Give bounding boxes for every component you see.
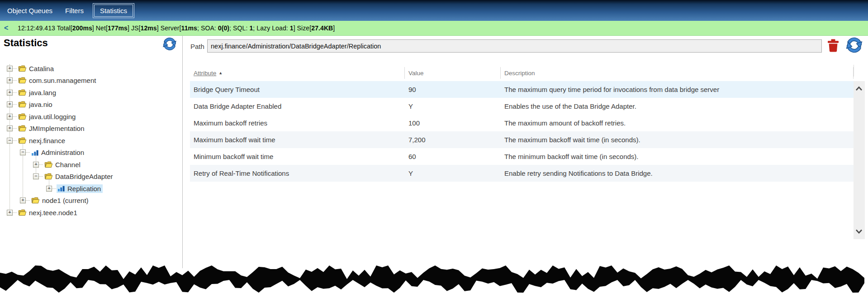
table-header-row: Attribute▲ValueDescription (190, 65, 854, 81)
table-row[interactable]: Retry of Real-Time NotificationsYEnable … (190, 165, 854, 182)
tree-node-content[interactable]: com.sun.management (17, 76, 98, 85)
tree-item-nexj-finance[interactable]: −nexj.finance (0, 135, 181, 147)
back-icon[interactable]: < (4, 24, 14, 32)
tree-stub (39, 176, 43, 177)
tree-node-content[interactable]: Administration (30, 148, 86, 157)
tab-object-queues[interactable]: Object Queues (2, 4, 58, 17)
column-header-label: Attribute (194, 70, 216, 77)
scroll-up-icon[interactable] (855, 85, 863, 93)
main-refresh-button[interactable] (845, 36, 863, 56)
column-header-label: Description (504, 70, 535, 77)
description-cell: The maximum backoff wait time (in second… (501, 131, 854, 148)
tree-item-administration[interactable]: −Administration (0, 147, 181, 159)
folder-icon (31, 197, 40, 204)
tree-item-replication[interactable]: +Replication (0, 183, 181, 195)
value-cell: Y (405, 165, 501, 182)
folder-icon (44, 161, 53, 168)
table-row[interactable]: Data Bridge Adapter EnabledYEnables the … (190, 98, 854, 115)
tree-item-channel[interactable]: +Channel (0, 159, 181, 171)
status-segment: 1 (290, 24, 294, 32)
value-cell: 90 (405, 81, 501, 98)
status-segment: ] JS[ (128, 24, 141, 32)
tree-item-jmimplementation[interactable]: +JMImplementation (0, 123, 181, 135)
tree-item-java-lang[interactable]: +java.lang (0, 87, 181, 99)
table-row[interactable]: Maximum backoff retries100The maximum am… (190, 115, 854, 131)
expand-icon[interactable]: + (7, 101, 13, 107)
tree-stub (52, 188, 56, 189)
folder-icon (18, 137, 27, 144)
tab-filters[interactable]: Filters (60, 4, 89, 17)
tree-item-label: Catalina (29, 65, 54, 72)
value-cell: 7,200 (405, 131, 501, 148)
tree-node-content[interactable]: Replication (57, 184, 103, 193)
expand-icon[interactable]: + (7, 90, 13, 96)
attribute-cell: Data Bridge Adapter Enabled (190, 98, 405, 115)
tree-node-content[interactable]: Catalina (17, 64, 56, 73)
status-segment: ; Lazy Load: (253, 24, 289, 32)
tree-item-com-sun-management[interactable]: +com.sun.management (0, 75, 181, 87)
attribute-cell: Minimum backoff wait time (190, 148, 405, 165)
tree-node-content[interactable]: nexj.teee.node1 (17, 208, 79, 217)
tree-node-content[interactable]: java.nio (17, 100, 54, 109)
value-cell: 100 (405, 115, 501, 131)
tree-stub (13, 92, 17, 93)
vertical-scrollbar[interactable] (854, 81, 865, 239)
path-input[interactable] (207, 39, 822, 53)
tree-node-content[interactable]: java.util.logging (17, 112, 77, 121)
tree-node-content[interactable]: DataBridgeAdapter (43, 172, 115, 181)
folder-icon (18, 113, 27, 120)
sidebar-refresh-button[interactable] (162, 36, 177, 53)
expand-icon[interactable]: + (20, 198, 26, 203)
column-header-attribute[interactable]: Attribute▲ (190, 67, 405, 79)
tree-node-content[interactable]: node1 (current) (30, 196, 90, 205)
folder-icon (18, 89, 27, 96)
column-header-label: Value (408, 70, 424, 77)
tab-statistics[interactable]: Statistics (93, 3, 134, 18)
tree-node-content[interactable]: nexj.finance (17, 136, 67, 145)
folder-icon (18, 101, 27, 108)
tree-item-databridgeadapter[interactable]: −DataBridgeAdapter (0, 171, 181, 183)
status-text: 12:12:49.413 Total[200ms] Net[177ms] JS[… (18, 24, 335, 32)
tree-node-content[interactable]: JMImplementation (17, 124, 86, 133)
table-row[interactable]: Maximum backoff wait time7,200The maximu… (190, 131, 854, 148)
sidebar-divider (182, 35, 183, 268)
collapse-icon[interactable]: − (7, 138, 13, 144)
delete-button[interactable] (827, 39, 839, 54)
description-cell: The minimum backoff wait time (in second… (501, 148, 854, 165)
collapse-icon[interactable]: − (20, 149, 26, 155)
collapse-icon[interactable]: − (33, 174, 39, 179)
tree-item-catalina[interactable]: +Catalina (0, 63, 181, 75)
expand-icon[interactable]: + (7, 66, 13, 72)
table-row[interactable]: Minimum backoff wait time60The minimum b… (190, 148, 854, 165)
status-segment: ; SOA: (197, 24, 218, 32)
tree-item-label: JMImplementation (29, 125, 85, 132)
tree-stub (26, 200, 30, 201)
expand-icon[interactable]: + (7, 125, 13, 131)
tree-item-java-nio[interactable]: +java.nio (0, 99, 181, 111)
expand-icon[interactable]: + (33, 162, 39, 168)
bar-chart-icon (57, 185, 65, 192)
table-row[interactable]: Bridge Query Timeout90The maximum query … (190, 81, 854, 98)
expand-icon[interactable]: + (7, 210, 13, 216)
attribute-cell: Bridge Query Timeout (190, 81, 405, 98)
column-header-description[interactable]: Description (501, 67, 854, 79)
status-segment: 177ms (108, 24, 128, 32)
tree-item-label: node1 (current) (42, 197, 89, 204)
tree-node-content[interactable]: java.lang (17, 88, 58, 97)
folder-icon (44, 173, 53, 180)
column-header-value[interactable]: Value (405, 67, 501, 79)
folder-icon (18, 209, 27, 216)
scroll-down-icon[interactable] (855, 227, 863, 236)
tree-stub (13, 140, 17, 141)
status-bar: < 12:12:49.413 Total[200ms] Net[177ms] J… (0, 21, 868, 36)
tree-item-nexj-teee-node1[interactable]: +nexj.teee.node1 (0, 207, 181, 219)
tree-item-label: com.sun.management (29, 77, 96, 84)
tree-node-content[interactable]: Channel (43, 160, 82, 169)
tree-item-label: nexj.finance (29, 137, 65, 145)
expand-icon[interactable]: + (46, 186, 52, 192)
expand-icon[interactable]: + (7, 114, 13, 120)
tree-item-label: Administration (41, 149, 84, 156)
expand-icon[interactable]: + (7, 77, 13, 83)
tree-item-java-util-logging[interactable]: +java.util.logging (0, 111, 181, 123)
tree-item-node1-current-[interactable]: +node1 (current) (0, 195, 181, 207)
